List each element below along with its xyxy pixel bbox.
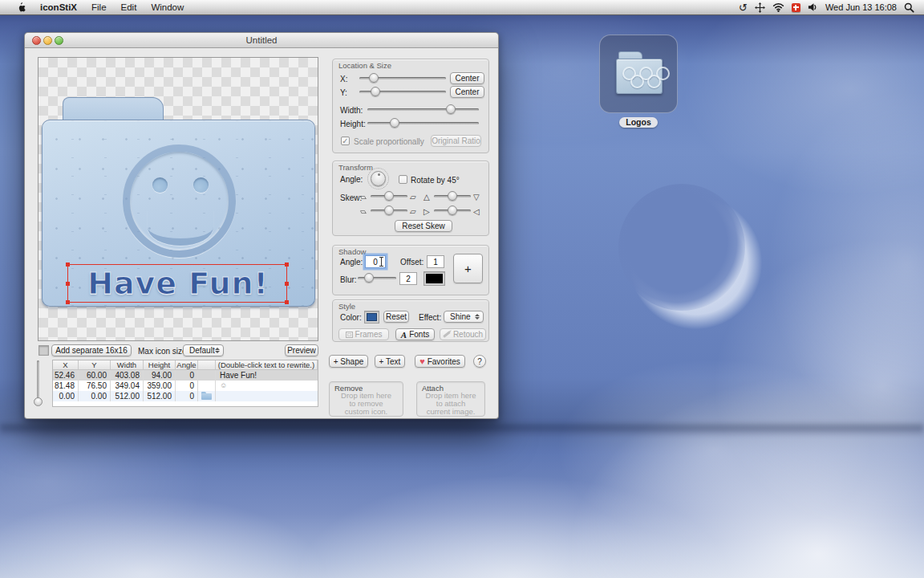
slider-thumb[interactable] (34, 397, 43, 406)
style-color-well[interactable] (364, 311, 379, 324)
slider-thumb[interactable] (371, 87, 380, 96)
cell-x: 81.48 (53, 381, 79, 391)
header-height[interactable]: Height (144, 360, 176, 369)
frames-button[interactable]: Frames (338, 328, 389, 340)
desktop: Logos iconStiX File Edit Window ↺ Wed Ju (0, 0, 924, 578)
table-row[interactable]: 52.46 60.00 403.08 94.00 0 Have Fun! (53, 370, 318, 381)
slider-thumb[interactable] (448, 206, 457, 215)
style-reset-button[interactable]: Reset (383, 311, 409, 323)
selection-handle[interactable] (66, 282, 70, 286)
group-title: Transform (338, 163, 373, 172)
table-row[interactable]: 81.48 76.50 349.04 359.00 0 ☺ (53, 381, 318, 391)
header-text[interactable]: (Double-click text to rewrite.) (216, 360, 318, 369)
selection-handle[interactable] (66, 263, 70, 267)
add-separate-16-button[interactable]: Add separate 16x16 (51, 344, 132, 356)
titlebar[interactable]: Untitled (25, 33, 498, 48)
max-icon-size-popup[interactable]: Default (183, 344, 224, 356)
slider-thumb[interactable] (384, 206, 394, 215)
minimize-button[interactable] (43, 36, 52, 45)
volume-icon[interactable] (808, 2, 818, 12)
slider-thumb[interactable] (364, 273, 374, 283)
input-language-flag-icon[interactable] (792, 3, 800, 12)
group-title: Style (338, 302, 355, 311)
slider-thumb[interactable] (384, 191, 394, 201)
menu-edit[interactable]: Edit (114, 0, 144, 14)
favorites-button[interactable]: ♥Favorites (415, 355, 465, 368)
menu-file[interactable]: File (84, 0, 114, 14)
header-width[interactable]: Width (111, 360, 144, 369)
reset-skew-button[interactable]: Reset Skew (395, 220, 452, 232)
shadow-blur-field[interactable] (399, 272, 417, 285)
taper-up-icon: △ (424, 193, 430, 201)
slider-thumb[interactable] (390, 118, 399, 128)
angle-knob[interactable] (371, 171, 386, 186)
skew-v-slider[interactable] (371, 206, 407, 216)
selection-handle[interactable] (285, 282, 289, 286)
image-well[interactable] (38, 345, 49, 356)
style-group: Style Color: Reset Effect: Shine Frames … (332, 299, 489, 342)
smiley-thumbnail-icon[interactable]: ☺ (216, 381, 318, 391)
blur-slider[interactable] (358, 273, 396, 283)
close-button[interactable] (32, 36, 41, 45)
center-y-button[interactable]: Center (450, 86, 484, 98)
skew-h-slider[interactable] (371, 191, 407, 201)
app-menu[interactable]: iconStiX (33, 0, 84, 14)
remove-dropzone[interactable]: Remove Drop item here to remove custom i… (329, 381, 403, 417)
original-ratio-button[interactable]: Original Ratio (431, 135, 481, 147)
taper-v-slider[interactable] (434, 191, 471, 201)
width-slider[interactable] (367, 104, 479, 115)
desktop-icon-logos[interactable]: Logos (598, 35, 679, 128)
rotate-45-checkbox[interactable] (399, 175, 407, 184)
add-shape-button[interactable]: + Shape (329, 355, 368, 368)
smiley-eye (152, 177, 168, 193)
attach-dropzone[interactable]: Attach Drop item here to attach current … (416, 381, 485, 417)
header-angle[interactable]: Angle (176, 360, 198, 369)
preview-canvas[interactable]: Have Fun! (38, 57, 318, 341)
zoom-button[interactable] (55, 36, 63, 45)
max-icon-size-label: Max icon size: (138, 347, 188, 356)
height-slider[interactable] (367, 118, 479, 128)
preview-button[interactable]: Preview (285, 344, 318, 356)
slider-thumb[interactable] (448, 191, 457, 201)
cell-width: 403.08 (111, 370, 144, 381)
icon-label[interactable]: Logos (619, 117, 658, 128)
retouch-button[interactable]: Retouch (440, 328, 486, 340)
shadow-offset-field[interactable] (427, 255, 444, 268)
slider-thumb[interactable] (369, 73, 379, 83)
shadow-angle-label: Angle: (340, 258, 363, 267)
menubar-status: ↺ Wed Jun 13 16:08 (739, 0, 924, 14)
menubar-clock[interactable]: Wed Jun 13 16:08 (825, 2, 897, 12)
wifi-icon[interactable] (772, 2, 784, 12)
x-slider[interactable] (359, 73, 446, 83)
fonts-button[interactable]: AFonts (395, 328, 435, 340)
location-size-group: Location & Size X: Center Y: Center Widt… (332, 59, 489, 153)
menu-window[interactable]: Window (144, 0, 191, 14)
help-button[interactable]: ? (473, 355, 486, 368)
preview-zoom-slider[interactable] (34, 360, 43, 406)
add-shadow-button[interactable]: + (453, 254, 483, 283)
table-row[interactable]: 0.00 0.00 512.00 512.00 0 (53, 391, 318, 401)
cell-icon (198, 381, 216, 391)
center-x-button[interactable]: Center (450, 72, 484, 84)
menubar-menus: iconStiX File Edit Window (0, 0, 191, 14)
text-selection-box[interactable] (67, 264, 287, 303)
selection-handle[interactable] (285, 300, 289, 304)
header-y[interactable]: Y (79, 360, 111, 369)
scale-proportionally-checkbox[interactable]: ✓ (341, 136, 350, 145)
apple-menu[interactable] (8, 2, 33, 14)
add-text-button[interactable]: + Text (375, 355, 405, 368)
spotlight-icon[interactable] (904, 2, 914, 13)
transform-group: Transform Angle: Rotate by 45° Skew: ▱ ▱… (332, 161, 489, 236)
effect-popup[interactable]: Shine (444, 311, 484, 323)
y-slider[interactable] (359, 87, 446, 97)
shadow-color-well[interactable] (424, 271, 445, 286)
slider-thumb[interactable] (446, 104, 456, 114)
cell-text[interactable]: Have Fun! (216, 370, 318, 381)
time-machine-icon[interactable]: ↺ (739, 2, 748, 13)
move-arrows-icon[interactable] (755, 2, 765, 13)
cell-text[interactable] (216, 391, 318, 401)
header-x[interactable]: X (53, 360, 79, 369)
pinch-slider[interactable] (434, 206, 471, 216)
selection-handle[interactable] (285, 263, 289, 267)
selection-handle[interactable] (66, 300, 70, 304)
